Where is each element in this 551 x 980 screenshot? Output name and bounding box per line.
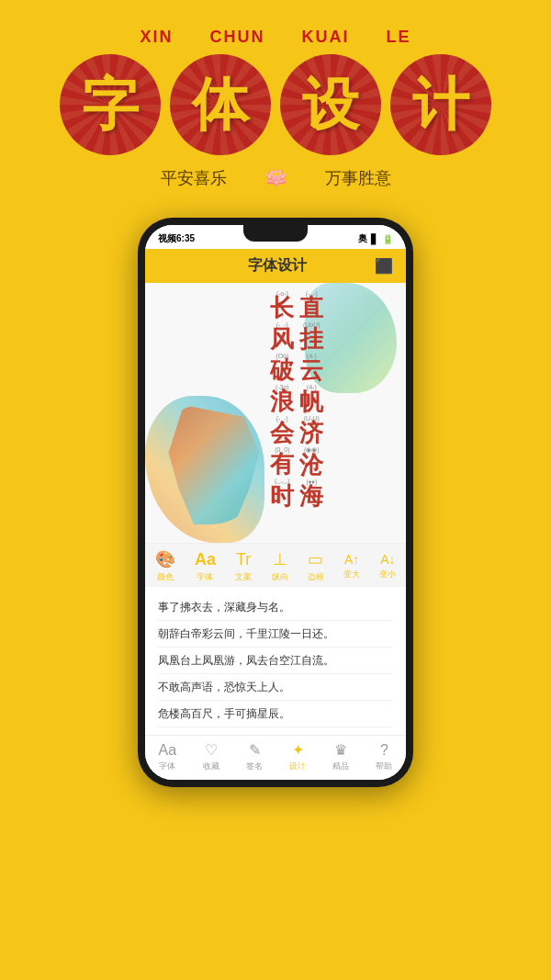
smaller-icon: A↓ [380, 552, 395, 567]
export-icon[interactable]: ⬛ [375, 257, 393, 275]
font-icon: Aa [195, 550, 216, 569]
calli-pair-7: (◡◡) 时 [270, 478, 294, 509]
text-icon: Tr [236, 550, 251, 569]
toolbar-font[interactable]: Aa 字体 [195, 550, 216, 583]
circle-ji: 计 [390, 54, 491, 155]
list-item[interactable]: 朝辞白帝彩云间，千里江陵一日还。 [158, 621, 393, 648]
calli-pair-r1: (-_-) 直 [299, 290, 323, 321]
toolbar-bigger[interactable]: A↑ 变大 [343, 552, 360, 580]
calli-pair-6: (0_0) 有 [270, 446, 294, 477]
nav-font[interactable]: Aa 字体 [159, 742, 177, 772]
nav-help[interactable]: ? 帮助 [376, 742, 392, 772]
pinyin-le: LE [387, 28, 411, 47]
status-time: 视频6:35 [158, 232, 195, 245]
calli-pair-2: (-_-) 风 [270, 321, 294, 352]
calli-col-right: (-_-) 直 (UoU) 挂 (4-) 云 (4-) [299, 290, 323, 510]
bottom-nav: Aa 字体 ♡ 收藏 ✎ 签名 ✦ 设计 ♛ 精品 [145, 735, 406, 780]
list-item[interactable]: 凤凰台上凤凰游，凤去台空江自流。 [158, 648, 393, 674]
subtitle-row: 平安喜乐 🪷 万事胜意 [18, 166, 533, 190]
calli-pair-r6: (◉◉) 沧 [299, 446, 323, 478]
toolbar-color[interactable]: 🎨 颜色 [155, 549, 175, 583]
calli-pair-4: (-3o) 浪 [270, 384, 294, 414]
calli-pair-r3: (4-) 云 [299, 353, 323, 383]
nav-design-icon: ✦ [292, 741, 304, 759]
vertical-icon: ⊥ [273, 549, 287, 569]
status-icons: 奥 ▋ 🔋 [358, 232, 393, 245]
phone-container: 视频6:35 奥 ▋ 🔋 字体设计 ⬛ [0, 218, 551, 787]
calli-col-left: (-o-) 长 (-_-) 风 (Oo) 破 (-3o) [270, 290, 294, 510]
calli-pair-r2: (UoU) 挂 [299, 321, 323, 352]
nav-edit-icon: ✎ [249, 741, 261, 759]
border-icon: ▭ [308, 549, 323, 569]
nav-star-icon: ♛ [334, 741, 347, 759]
calli-pair-5: (-_-) 会 [270, 415, 294, 445]
pinyin-chun: CHUN [210, 28, 265, 47]
color-icon: 🎨 [155, 549, 175, 569]
text-list: 事了拂衣去，深藏身与名。 朝辞白帝彩云间，千里江陵一日还。 凤凰台上凤凰游，凤去… [145, 587, 406, 735]
notch [243, 225, 308, 242]
bigger-icon: A↑ [344, 552, 359, 567]
list-item[interactable]: 不敢高声语，恐惊天上人。 [158, 674, 393, 701]
phone-device: 视频6:35 奥 ▋ 🔋 字体设计 ⬛ [138, 218, 413, 787]
lotus-icon: 🪷 [264, 166, 288, 190]
pinyin-kuai: KUAI [302, 28, 350, 47]
nav-heart-icon: ♡ [205, 741, 218, 759]
chinese-circles: 字 体 设 计 [18, 54, 533, 155]
status-bar: 视频6:35 奥 ▋ 🔋 [145, 225, 406, 249]
phone-screen: 视频6:35 奥 ▋ 🔋 字体设计 ⬛ [145, 225, 406, 780]
subtitle-left: 平安喜乐 [161, 167, 227, 189]
signal-icon: ▋ [371, 234, 378, 244]
top-banner: XIN CHUN KUAI LE 字 体 设 计 平安喜乐 🪷 万事胜意 [0, 0, 551, 208]
circle-ti: 体 [170, 54, 271, 155]
toolbar-smaller[interactable]: A↓ 变小 [379, 552, 396, 580]
calli-pair-r4: (4-) 帆 [299, 384, 323, 414]
app-title: 字体设计 [180, 256, 375, 276]
nav-premium[interactable]: ♛ 精品 [332, 741, 349, 772]
calli-pair-r7: (♦♦) 海 [299, 479, 323, 509]
battery-icon: 🔋 [382, 234, 393, 244]
circle-she: 设 [280, 54, 381, 155]
nav-sign[interactable]: ✎ 签名 [246, 741, 263, 772]
list-item[interactable]: 危楼高百尺，手可摘星辰。 [158, 701, 393, 727]
pinyin-xin: XIN [140, 28, 173, 47]
calli-pair-3: (Oo) 破 [270, 353, 294, 383]
toolbar: 🎨 颜色 Aa 字体 Tr 文案 ⊥ 纵向 ▭ 边框 [145, 543, 406, 587]
calli-pair-1: (-o-) 长 [270, 290, 294, 321]
nav-design[interactable]: ✦ 设计 [289, 741, 306, 772]
main-content: (-o-) 长 (-_-) 风 (Oo) 破 (-3o) [145, 283, 406, 543]
list-item[interactable]: 事了拂衣去，深藏身与名。 [158, 594, 393, 621]
app-header: 字体设计 ⬛ [145, 249, 406, 283]
calli-pair-r5: (U-U) 济 [299, 415, 323, 445]
nav-favorite[interactable]: ♡ 收藏 [203, 741, 219, 772]
wifi-icon: 奥 [358, 232, 367, 245]
subtitle-right: 万事胜意 [325, 167, 391, 189]
nav-help-icon: ? [380, 742, 388, 759]
toolbar-vertical[interactable]: ⊥ 纵向 [272, 549, 288, 583]
toolbar-border[interactable]: ▭ 边框 [308, 549, 324, 583]
circle-zi: 字 [60, 54, 161, 155]
nav-font-icon: Aa [159, 742, 177, 759]
toolbar-text[interactable]: Tr 文案 [235, 550, 252, 583]
calli-text-area: (-o-) 长 (-_-) 风 (Oo) 破 (-3o) [270, 290, 323, 510]
pinyin-row: XIN CHUN KUAI LE [18, 28, 533, 47]
